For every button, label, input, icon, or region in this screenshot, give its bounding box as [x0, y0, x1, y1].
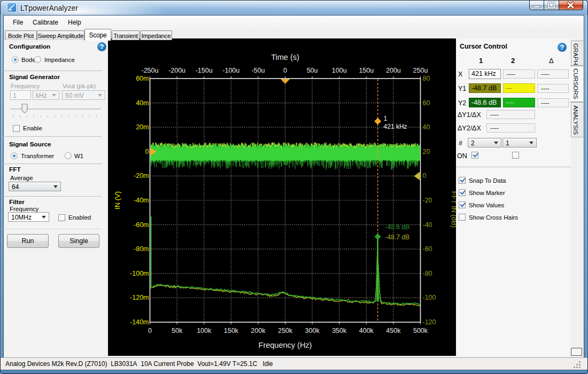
svg-text:450k: 450k [386, 327, 401, 334]
svg-text:50u: 50u [307, 67, 318, 74]
svg-text:FFT IN (dB): FFT IN (dB) [450, 191, 456, 228]
svg-text:150u: 150u [359, 67, 374, 74]
svg-text:250u: 250u [413, 67, 428, 74]
svg-text:-100m: -100m [130, 270, 149, 277]
svg-text:-48.7 dB: -48.7 dB [385, 233, 409, 241]
svg-text:-120: -120 [423, 318, 436, 326]
svg-text:0: 0 [423, 172, 427, 180]
svg-text:60: 60 [423, 99, 430, 107]
svg-text:Frequency (Hz): Frequency (Hz) [259, 341, 312, 349]
svg-text:400k: 400k [359, 327, 374, 334]
svg-text:-20m: -20m [134, 172, 149, 180]
svg-text:-140m: -140m [130, 318, 149, 326]
svg-text:-250u: -250u [142, 67, 159, 74]
svg-text:20: 20 [423, 148, 430, 155]
svg-text:-20: -20 [423, 197, 432, 204]
svg-text:-50u: -50u [251, 67, 265, 74]
svg-text:-100u: -100u [222, 67, 239, 74]
svg-text:-120m: -120m [130, 294, 149, 301]
svg-text:80: 80 [423, 75, 430, 82]
svg-text:-100: -100 [423, 294, 436, 301]
svg-text:-80m: -80m [134, 245, 149, 253]
svg-text:20m: 20m [136, 123, 149, 131]
svg-text:200k: 200k [251, 327, 266, 334]
svg-text:500k: 500k [413, 327, 428, 334]
svg-text:100u: 100u [332, 67, 347, 74]
svg-text:100k: 100k [197, 327, 212, 334]
svg-text:0: 0 [148, 327, 152, 334]
svg-text:40: 40 [423, 123, 430, 131]
svg-text:50k: 50k [172, 327, 183, 334]
svg-text:0: 0 [145, 148, 149, 155]
svg-text:-48.6 dB: -48.6 dB [385, 223, 409, 231]
svg-text:-40: -40 [423, 221, 432, 229]
svg-text:Time (s): Time (s) [271, 53, 299, 61]
svg-text:150k: 150k [224, 327, 239, 334]
svg-text:350k: 350k [332, 327, 347, 334]
svg-text:200u: 200u [386, 67, 401, 74]
svg-text:250k: 250k [278, 327, 293, 334]
svg-text:-200u: -200u [168, 67, 185, 74]
svg-text:40m: 40m [136, 99, 149, 107]
svg-text:-60m: -60m [134, 221, 149, 229]
svg-text:421 kHz: 421 kHz [384, 123, 407, 130]
svg-text:1: 1 [384, 115, 388, 122]
svg-text:-80: -80 [423, 270, 432, 277]
svg-text:60m: 60m [136, 75, 149, 82]
svg-text:IN (V): IN (V) [113, 191, 121, 209]
svg-text:300k: 300k [305, 327, 320, 334]
svg-text:-60: -60 [423, 245, 432, 253]
svg-text:0: 0 [283, 67, 287, 74]
svg-text:-40m: -40m [134, 197, 149, 204]
svg-text:-150u: -150u [196, 67, 213, 74]
